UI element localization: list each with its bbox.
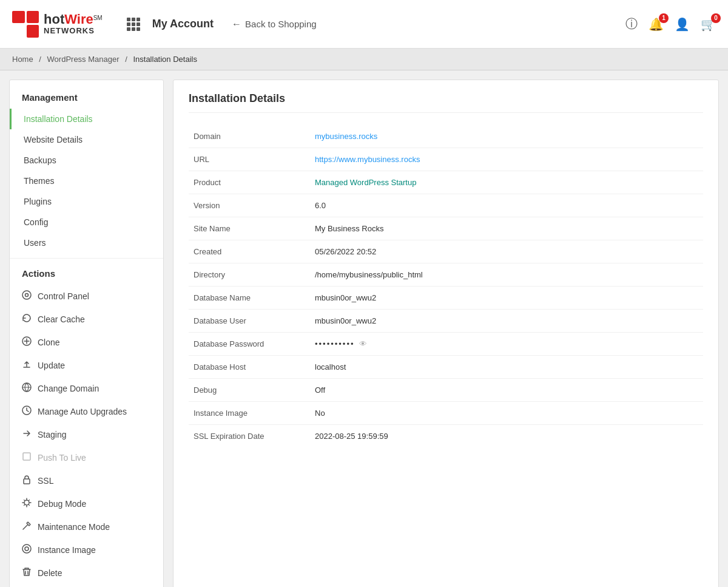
action-clear-cache[interactable]: Clear Cache [10,308,163,331]
action-delete[interactable]: Delete [10,562,163,585]
action-push-to-live: Push To Live [10,446,163,469]
toggle-password-icon[interactable]: 👁︎ [359,339,367,348]
breadcrumb-current: Installation Details [133,55,197,64]
sidebar-item-users[interactable]: Users [10,232,163,253]
notification-badge: 1 [659,13,669,23]
detail-table: Domain mybusiness.rocks URL https://www.… [189,125,703,447]
detail-panel: Installation Details Domain mybusiness.r… [173,80,719,587]
label-database-name: Database Name [189,287,310,310]
main-content: Management Installation Details Website … [0,70,728,587]
management-title: Management [10,89,163,109]
logo-text: hotWireSM NETWORKS [44,12,103,35]
value-domain: mybusiness.rocks [310,125,703,148]
logo-wire: Wire [64,12,93,27]
header: hotWireSM NETWORKS My Account ← Back to … [0,0,728,49]
user-icon[interactable]: 👤 [675,17,690,32]
header-right: ⓘ 🔔 1 👤 🛒 0 [625,16,716,32]
action-staging[interactable]: Staging [10,423,163,446]
cart-icon[interactable]: 🛒 0 [701,17,716,32]
label-domain: Domain [189,125,310,148]
logo-area: hotWireSM NETWORKS [12,11,103,38]
grid-icon[interactable] [127,18,140,31]
ssl-icon [22,475,32,487]
back-to-shopping-button[interactable]: ← Back to Shopping [232,19,317,30]
sidebar: Management Installation Details Website … [9,80,164,587]
table-row: Directory /home/mybusiness/public_html [189,263,703,287]
sidebar-item-website-details[interactable]: Website Details [10,129,163,150]
actions-title: Actions [10,263,163,285]
sidebar-item-themes[interactable]: Themes [10,171,163,191]
label-database-host: Database Host [189,356,310,379]
help-icon[interactable]: ⓘ [625,16,638,32]
table-row: SSL Expiration Date 2022-08-25 19:59:59 [189,425,703,448]
sidebar-divider [10,258,163,259]
value-ssl-expiration: 2022-08-25 19:59:59 [310,425,703,448]
label-site-name: Site Name [189,217,310,240]
logo-sm: SM [93,15,103,22]
clone-icon [22,336,32,348]
breadcrumb: Home / WordPress Manager / Installation … [0,49,728,70]
table-row: Database Name mbusin0or_wwu2 [189,287,703,310]
manage-auto-upgrades-icon [22,405,32,418]
logo-sq-2 [27,11,39,24]
maintenance-mode-icon [22,521,32,533]
action-maintenance-mode[interactable]: Maintenance Mode [10,515,163,538]
logo-sq-4 [27,25,39,38]
breadcrumb-sep-1: / [39,55,41,64]
logo-sq-1 [12,11,25,24]
detail-title: Installation Details [189,92,703,113]
cart-badge: 0 [711,13,721,23]
value-url: https://www.mybusiness.rocks [310,148,703,171]
table-row: Database User mbusin0or_wwu2 [189,310,703,333]
action-ssl[interactable]: SSL [10,469,163,492]
control-panel-icon [22,290,32,302]
svg-rect-5 [23,453,30,460]
action-debug-mode[interactable]: Debug Mode [10,492,163,515]
sidebar-item-config[interactable]: Config [10,212,163,232]
value-version: 6.0 [310,194,703,217]
product-link[interactable]: Managed WordPress Startup [315,178,416,187]
table-row: Database Password •••••••••• 👁︎ [189,333,703,356]
label-product: Product [189,171,310,194]
action-delete-label: Delete [38,568,62,578]
action-change-domain[interactable]: Change Domain [10,377,163,400]
action-clone[interactable]: Clone [10,331,163,354]
svg-point-9 [25,547,29,551]
sidebar-item-installation-details[interactable]: Installation Details [10,109,163,129]
action-maintenance-mode-label: Maintenance Mode [38,522,110,532]
action-update[interactable]: Update [10,354,163,377]
breadcrumb-wordpress-manager[interactable]: WordPress Manager [47,55,120,64]
action-update-label: Update [38,361,65,370]
logo-sq-3 [12,25,25,38]
value-site-name: My Business Rocks [310,217,703,240]
table-row: Version 6.0 [189,194,703,217]
label-database-password: Database Password [189,333,310,356]
breadcrumb-home[interactable]: Home [12,55,33,64]
action-ssl-label: SSL [38,476,53,486]
action-instance-image[interactable]: Instance Image [10,538,163,562]
table-row: Database Host localhost [189,356,703,379]
action-control-panel[interactable]: Control Panel [10,285,163,308]
action-clone-label: Clone [38,338,60,347]
notifications-icon[interactable]: 🔔 1 [649,17,664,32]
sidebar-item-plugins[interactable]: Plugins [10,191,163,212]
svg-point-0 [22,291,31,299]
action-clear-cache-label: Clear Cache [38,314,85,324]
action-manage-auto-upgrades[interactable]: Manage Auto Upgrades [10,400,163,423]
staging-icon [22,429,32,441]
table-row: URL https://www.mybusiness.rocks [189,148,703,171]
logo-hot: hot [44,12,64,27]
action-instance-image-label: Instance Image [38,545,96,555]
table-row: Domain mybusiness.rocks [189,125,703,148]
push-to-live-icon [22,452,32,464]
clear-cache-icon [22,313,32,325]
domain-link[interactable]: mybusiness.rocks [315,132,377,141]
url-link[interactable]: https://www.mybusiness.rocks [315,155,420,164]
delete-icon [22,567,32,579]
action-debug-mode-label: Debug Mode [38,499,86,509]
label-version: Version [189,194,310,217]
back-to-shopping-label: Back to Shopping [245,19,317,29]
sidebar-item-backups[interactable]: Backups [10,150,163,171]
action-manage-auto-upgrades-label: Manage Auto Upgrades [38,407,127,416]
action-push-to-live-label: Push To Live [38,453,86,463]
